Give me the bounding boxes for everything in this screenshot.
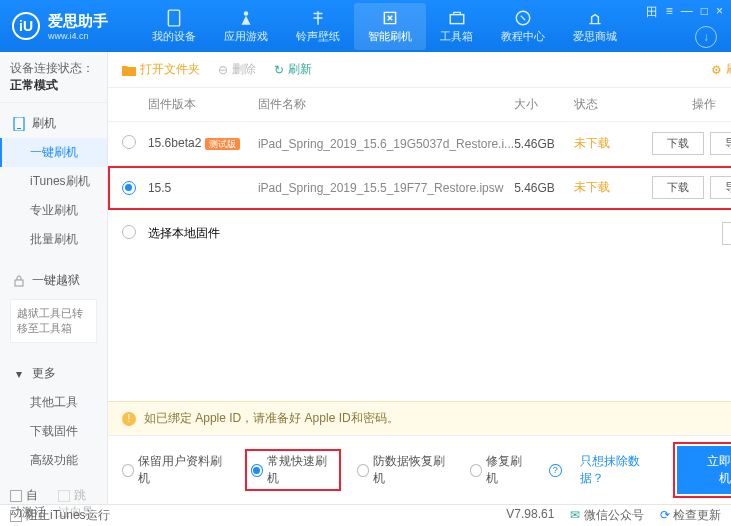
nav-icon xyxy=(381,9,399,27)
nav-icon xyxy=(309,9,327,27)
sidebar-item-flash-2[interactable]: 专业刷机 xyxy=(0,196,107,225)
gear-icon: ⚙ xyxy=(711,63,722,77)
col-size: 大小 xyxy=(514,96,574,113)
minimize-button[interactable]: — xyxy=(681,4,693,21)
nav-tutorial[interactable]: 教程中心 xyxy=(487,3,559,50)
maximize-button[interactable]: □ xyxy=(701,4,708,21)
open-folder-button[interactable]: 打开文件夹 xyxy=(122,61,200,78)
phone-icon xyxy=(12,117,26,131)
sidebar-item-more-1[interactable]: 下载固件 xyxy=(0,417,107,446)
sidebar-item-more-2[interactable]: 高级功能 xyxy=(0,446,107,475)
nav-icon xyxy=(165,9,183,27)
start-flash-button[interactable]: 立即刷机 xyxy=(677,446,731,494)
mode-option-0[interactable]: 保留用户资料刷机 xyxy=(122,453,229,487)
import-button[interactable]: 导入 xyxy=(710,176,731,199)
firmware-radio[interactable] xyxy=(122,135,136,149)
nav-icon xyxy=(237,9,255,27)
close-button[interactable]: × xyxy=(716,4,723,21)
svg-rect-0 xyxy=(168,10,179,26)
wechat-icon: ✉ xyxy=(570,508,583,522)
import-button[interactable]: 导入 xyxy=(710,132,731,155)
nav-icon xyxy=(448,9,466,27)
mode-option-2[interactable]: 防数据恢复刷机 xyxy=(357,453,452,487)
sidebar-group-jailbreak[interactable]: 一键越狱 xyxy=(0,266,107,295)
block-itunes-checkbox[interactable]: 阻止iTunes运行 xyxy=(10,507,110,524)
nav-icon xyxy=(586,9,604,27)
erase-only-link[interactable]: 只想抹除数据？ xyxy=(580,453,659,487)
col-version: 固件版本 xyxy=(148,96,258,113)
brand-name: 爱思助手 xyxy=(48,12,108,31)
local-import-button[interactable]: 导入 xyxy=(722,222,731,245)
nav-apps[interactable]: 应用游戏 xyxy=(210,3,282,50)
appleid-warning: ! 如已绑定 Apple ID，请准备好 Apple ID和密码。 × xyxy=(108,401,731,435)
warning-icon: ! xyxy=(122,412,136,426)
connection-status: 设备连接状态：正常模式 xyxy=(0,52,107,103)
mode-option-1[interactable]: 常规快速刷机 xyxy=(247,451,339,489)
wechat-link[interactable]: ✉ 微信公众号 xyxy=(570,507,643,524)
grid-button[interactable]: 田 xyxy=(646,4,658,21)
local-firmware-radio[interactable] xyxy=(122,225,136,239)
svg-rect-2 xyxy=(450,14,464,23)
download-button[interactable]: 下载 xyxy=(652,132,704,155)
col-ops: 操作 xyxy=(634,96,731,113)
download-button[interactable]: 下载 xyxy=(652,176,704,199)
nav-flash[interactable]: 智能刷机 xyxy=(354,3,426,50)
sidebar-item-flash-3[interactable]: 批量刷机 xyxy=(0,225,107,254)
help-icon[interactable]: ? xyxy=(549,464,561,477)
nav-ringtone[interactable]: 铃声壁纸 xyxy=(282,3,354,50)
svg-rect-6 xyxy=(15,280,23,286)
download-indicator-icon[interactable]: ↓ xyxy=(695,26,717,48)
col-name: 固件名称 xyxy=(258,96,514,113)
delete-icon: ⊖ xyxy=(218,63,228,77)
col-state: 状态 xyxy=(574,96,634,113)
svg-rect-5 xyxy=(17,128,21,129)
update-icon: ⟳ xyxy=(660,508,673,522)
app-logo: iU xyxy=(12,12,40,40)
firmware-radio[interactable] xyxy=(122,181,136,195)
svg-point-1 xyxy=(244,11,249,16)
delete-button: ⊖删除 xyxy=(218,61,256,78)
jailbreak-notice: 越狱工具已转移至工具箱 xyxy=(10,299,97,343)
firmware-row[interactable]: 15.6beta2测试版iPad_Spring_2019_15.6_19G503… xyxy=(108,122,731,166)
sidebar-item-flash-0[interactable]: 一键刷机 xyxy=(0,138,107,167)
chevron-down-icon: ▾ xyxy=(12,367,26,381)
menu-button[interactable]: ≡ xyxy=(666,4,673,21)
sidebar-item-more-0[interactable]: 其他工具 xyxy=(0,388,107,417)
nav-toolbox[interactable]: 工具箱 xyxy=(426,3,487,50)
nav-store[interactable]: 爱思商城 xyxy=(559,3,631,50)
flash-settings-button[interactable]: ⚙刷机设置 xyxy=(711,61,731,78)
nav-device[interactable]: 我的设备 xyxy=(138,3,210,50)
folder-icon xyxy=(122,64,136,76)
local-firmware-label: 选择本地固件 xyxy=(148,225,220,242)
brand-url: www.i4.cn xyxy=(48,31,108,41)
lock-icon xyxy=(12,274,26,288)
check-update-link[interactable]: ⟳ 检查更新 xyxy=(660,507,721,524)
sidebar-group-more[interactable]: ▾ 更多 xyxy=(0,359,107,388)
mode-option-3[interactable]: 修复刷机 xyxy=(470,453,531,487)
nav-icon xyxy=(514,9,532,27)
refresh-icon: ↻ xyxy=(274,63,284,77)
firmware-row[interactable]: 15.5iPad_Spring_2019_15.5_19F77_Restore.… xyxy=(108,166,731,210)
sidebar-item-flash-1[interactable]: iTunes刷机 xyxy=(0,167,107,196)
beta-badge: 测试版 xyxy=(205,138,240,150)
version-label: V7.98.61 xyxy=(506,507,554,524)
sidebar-group-flash[interactable]: 刷机 xyxy=(0,109,107,138)
refresh-button[interactable]: ↻刷新 xyxy=(274,61,312,78)
